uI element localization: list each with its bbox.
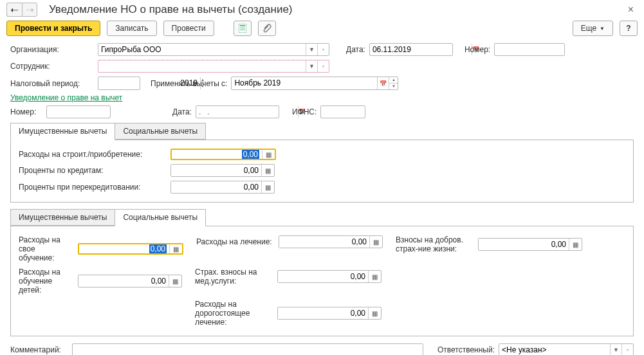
comment-label: Комментарий: [10, 345, 68, 354]
apply-from-input[interactable] [232, 77, 377, 89]
employee-input[interactable] [98, 60, 306, 72]
responsible-input[interactable] [499, 344, 610, 355]
refinance-field[interactable]: ▦ [170, 181, 275, 194]
refinance-label: Проценты при перекредитовании: [19, 183, 167, 192]
date-field[interactable]: 📅 [369, 43, 453, 56]
notice-date-label: Дата: [172, 107, 192, 116]
own-edu-value: 0,00 [149, 244, 167, 253]
tab-social-1[interactable]: Социальные вычеты [115, 123, 206, 140]
ifns-input[interactable] [321, 106, 423, 118]
interest-input[interactable] [171, 165, 261, 176]
dropdown-icon[interactable]: ▼ [306, 60, 317, 72]
nav-back-button[interactable]: 🠐 [6, 3, 22, 17]
svg-rect-1 [240, 25, 245, 26]
responsible-field[interactable]: ▼ ▫ [499, 343, 634, 355]
open-icon[interactable]: ▫ [317, 44, 329, 55]
responsible-label: Ответственный: [437, 345, 495, 354]
interest-field[interactable]: ▦ [170, 164, 275, 177]
calculator-icon[interactable]: ▦ [368, 307, 381, 319]
tab-property-2[interactable]: Имущественные вычеты [10, 209, 115, 226]
org-input[interactable] [98, 44, 306, 55]
ifns-field[interactable] [320, 105, 365, 118]
ifns-label: ИФНС: [292, 107, 317, 116]
volins-input[interactable] [479, 239, 569, 250]
calculator-icon[interactable]: ▦ [169, 244, 182, 253]
tab-content-2: Расходы на свое обучение: 0,00 ▦ Расходы… [10, 226, 634, 336]
calculator-icon[interactable]: ▦ [169, 275, 181, 287]
post-button[interactable]: Провести [163, 21, 214, 36]
apply-from-field[interactable]: 📅 ▲▼ [231, 77, 398, 90]
svg-rect-2 [240, 28, 245, 28]
number-input[interactable] [495, 44, 596, 55]
calculator-icon[interactable]: ▦ [369, 236, 382, 248]
month-spinner[interactable]: ▲▼ [389, 77, 398, 89]
svg-rect-3 [240, 30, 245, 30]
rights-link[interactable]: Уведомление о праве на вычет [10, 92, 122, 104]
notice-number-input[interactable] [47, 106, 149, 118]
notice-number-field[interactable] [46, 105, 111, 118]
refinance-input[interactable] [171, 181, 261, 193]
date-label: Дата: [346, 45, 365, 54]
more-button[interactable]: Еще ▼ [573, 21, 613, 36]
exp-build-label: Расходы на строит./приобретение: [19, 150, 167, 159]
volins-label: Взносы на добров. страх-ние жизни: [396, 235, 473, 253]
employee-label: Сотрудник: [10, 62, 94, 71]
org-field[interactable]: ▼ ▫ [98, 43, 329, 56]
tab-social-2[interactable]: Социальные вычеты [115, 209, 206, 226]
med-ins-field[interactable]: ▦ [277, 270, 382, 283]
calendar-icon[interactable]: 📅 [377, 77, 389, 89]
med-ins-input[interactable] [278, 271, 368, 282]
expensive-treat-input[interactable] [278, 307, 368, 319]
treatment-label: Расходы на лечение: [196, 237, 273, 246]
report-icon[interactable] [234, 21, 252, 36]
exp-build-value: 0,00 [242, 150, 259, 159]
tab-property-1[interactable]: Имущественные вычеты [10, 123, 115, 140]
tabs-group-2: Имущественные вычеты Социальные вычеты [10, 209, 634, 226]
write-button[interactable]: Записать [107, 21, 156, 36]
help-button[interactable]: ? [620, 21, 638, 36]
calculator-icon[interactable]: ▦ [569, 239, 582, 250]
exp-build-field[interactable]: 0,00 ▦ [170, 149, 276, 160]
treatment-field[interactable]: ▦ [279, 235, 383, 248]
close-icon[interactable]: × [624, 4, 638, 15]
comment-input[interactable] [73, 344, 423, 355]
dropdown-icon[interactable]: ▼ [610, 344, 621, 355]
tabs-group-1: Имущественные вычеты Социальные вычеты [10, 123, 634, 140]
own-edu-label: Расходы на свое обучение: [19, 235, 73, 262]
notice-number-label: Номер: [10, 107, 42, 116]
number-label: Номер: [465, 45, 490, 54]
post-and-close-button[interactable]: Провести и закрыть [6, 21, 100, 36]
own-edu-field[interactable]: 0,00 ▦ [78, 243, 183, 255]
calculator-icon[interactable]: ▦ [261, 165, 274, 176]
attachment-icon[interactable] [258, 21, 276, 36]
child-edu-field[interactable]: ▦ [78, 275, 182, 287]
notice-date-input[interactable] [196, 106, 298, 118]
volins-field[interactable]: ▦ [478, 238, 582, 251]
number-field[interactable] [494, 43, 565, 56]
dropdown-icon[interactable]: ▼ [306, 44, 317, 55]
expensive-treat-label: Расходы на дорогостоящее лечение: [195, 300, 272, 327]
interest-label: Проценты по кредитам: [19, 166, 167, 175]
calculator-icon[interactable]: ▦ [368, 271, 381, 282]
expensive-treat-field[interactable]: ▦ [277, 307, 382, 320]
comment-field[interactable] [72, 343, 423, 355]
calculator-icon[interactable]: ▦ [262, 150, 275, 159]
tax-period-field[interactable]: ▲▼ [98, 77, 140, 90]
apply-from-label: Применять вычеты с: [151, 79, 227, 88]
med-ins-label: Страх. взносы на мед.услуги: [195, 268, 272, 286]
date-input[interactable] [370, 44, 472, 55]
calculator-icon[interactable]: ▦ [261, 181, 274, 193]
window-title: Уведомление НО о праве на вычеты (создан… [49, 3, 624, 16]
tab-content-1: Расходы на строит./приобретение: 0,00 ▦ … [10, 140, 634, 203]
child-edu-input[interactable] [78, 275, 169, 287]
more-label: Еще [581, 24, 596, 33]
tax-period-label: Налоговый период: [10, 79, 94, 88]
open-icon[interactable]: ▫ [317, 60, 329, 72]
org-label: Организация: [10, 45, 94, 54]
treatment-input[interactable] [279, 236, 369, 248]
employee-field[interactable]: ▼ ▫ [98, 60, 329, 73]
notice-date-field[interactable]: 📅 [196, 105, 279, 118]
nav-forward-button[interactable]: 🠒 [22, 3, 37, 17]
open-icon[interactable]: ▫ [621, 344, 633, 355]
child-edu-label: Расходы на обучение детей: [19, 268, 73, 295]
